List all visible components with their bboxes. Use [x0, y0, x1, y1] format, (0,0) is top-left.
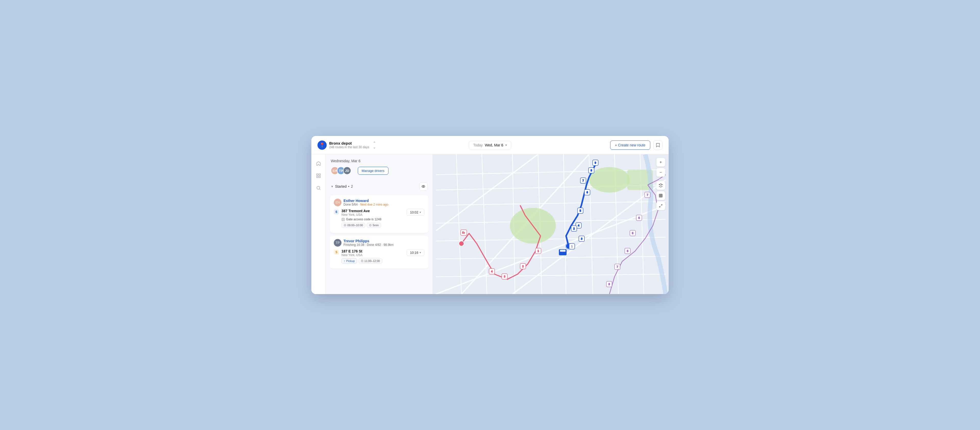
- panel-header: Wednesday, Mar 6 EH TP JD Manage drivers: [326, 154, 433, 178]
- driver-avatar-trevor: TP: [334, 239, 342, 247]
- svg-text:2: 2: [522, 265, 524, 268]
- svg-text:4: 4: [491, 270, 493, 273]
- header-brand: 📍 Bronx depot 248 routes in the last 30 …: [318, 141, 431, 150]
- driver-status-esther: Done 5/64 · Next due 2 mins ago: [344, 203, 388, 206]
- svg-point-6: [422, 186, 425, 187]
- header: 📍 Bronx depot 248 routes in the last 30 …: [311, 136, 669, 154]
- satellite-view-button[interactable]: [656, 191, 665, 200]
- stop-info-esther: 387 Tremont Ave New York, USA Gate acces…: [342, 209, 404, 228]
- stop-address-esther: 387 Tremont Ave: [342, 209, 404, 213]
- stop-row-trevor: 5 187 E 176 St New York, USA ↑ Pickup: [334, 249, 425, 263]
- svg-point-39: [459, 241, 464, 246]
- svg-rect-8: [342, 218, 345, 221]
- visibility-toggle-button[interactable]: [419, 182, 428, 190]
- date-today-label: Today: [473, 143, 483, 147]
- depot-chevron-icon[interactable]: ⌃⌄: [373, 141, 376, 149]
- time-chevron-icon: ▾: [420, 211, 421, 214]
- routes-section: ▼ Started • 2 EH: [326, 178, 433, 273]
- app-window: 📍 Bronx depot 248 routes in the last 30 …: [311, 136, 669, 294]
- svg-text:8: 8: [608, 282, 610, 286]
- stop-address-trevor: 187 E 176 St: [342, 249, 404, 253]
- svg-line-84: [661, 205, 662, 206]
- time-window-tag-trevor: 11:00–12:00: [359, 259, 382, 263]
- section-count-value: 2: [351, 184, 353, 189]
- pickup-tag: ↑ Pickup: [342, 259, 357, 263]
- stop-info-trevor: 187 E 176 St New York, USA ↑ Pickup 11:0…: [342, 249, 404, 263]
- svg-text:6: 6: [587, 191, 588, 194]
- driver-name-esther[interactable]: Esther Howard: [344, 199, 388, 203]
- driver-status-trevor: Finishing 16:38 · Done 4/82 · 98.9km: [344, 243, 393, 247]
- svg-rect-2: [317, 176, 318, 178]
- stop-tags-esther: 09:00–10:00 5min: [342, 223, 404, 228]
- svg-text:3: 3: [581, 237, 582, 240]
- map-area[interactable]: 9 8 7 6 5 4: [433, 154, 669, 294]
- date-chevron-icon: ▾: [505, 143, 507, 147]
- bookmark-button[interactable]: [653, 141, 662, 150]
- stop-city-trevor: New York, USA: [342, 253, 404, 257]
- svg-text:4: 4: [578, 224, 579, 227]
- route-card-trevor: TP Trevor Philipps Finishing 16:38 · Don…: [330, 235, 428, 268]
- main-content: Wednesday, Mar 6 EH TP JD Manage drivers…: [311, 154, 669, 294]
- svg-text:5: 5: [632, 232, 633, 235]
- location-icon: 📍: [318, 141, 327, 150]
- time-window-tag: 09:00–10:00: [342, 223, 365, 228]
- svg-text:9: 9: [595, 161, 596, 164]
- svg-text:7: 7: [617, 265, 618, 268]
- svg-rect-83: [659, 194, 662, 197]
- svg-text:7: 7: [582, 179, 584, 182]
- svg-text:6: 6: [638, 216, 640, 219]
- collapse-icon[interactable]: ▼: [331, 185, 334, 188]
- driver-name-trevor[interactable]: Trevor Philipps: [344, 239, 393, 243]
- svg-rect-41: [560, 250, 566, 252]
- stop-tags-trevor: ↑ Pickup 11:00–12:00: [342, 259, 404, 263]
- brand-text: Bronx depot 248 routes in the last 30 da…: [329, 141, 369, 149]
- stop-note-esther: Gate access code is 1248: [342, 217, 404, 221]
- section-count: •: [348, 184, 349, 189]
- driver-alert-esther: Next due 2 mins ago: [360, 203, 388, 206]
- date-value: Wed, Mar 6: [485, 143, 503, 147]
- sidebar-item-dashboard[interactable]: [313, 171, 324, 181]
- map-layers-button[interactable]: [656, 181, 665, 190]
- depot-subtitle: 248 routes in the last 30 days: [329, 145, 369, 149]
- zoom-out-button[interactable]: −: [656, 168, 665, 177]
- stop-city-esther: New York, USA: [342, 213, 404, 217]
- svg-text:2: 2: [573, 227, 575, 230]
- zoom-in-button[interactable]: +: [656, 158, 665, 167]
- svg-point-7: [423, 186, 424, 187]
- header-center: Today Wed, Mar 6 ▾: [434, 141, 547, 149]
- avatar-group: EH TP JD: [331, 167, 351, 175]
- sidebar-item-search[interactable]: [313, 183, 324, 193]
- driver-details-trevor: Trevor Philipps Finishing 16:38 · Done 4…: [344, 239, 393, 247]
- duration-tag: 5min: [367, 223, 381, 228]
- svg-text:5: 5: [579, 209, 581, 212]
- stop-time-esther[interactable]: 10:02 ▾: [407, 209, 425, 216]
- driver-info-esther: EH Esther Howard Done 5/64 · Next due 2 …: [334, 199, 425, 206]
- map-controls: + −: [656, 158, 665, 210]
- driver-details-esther: Esther Howard Done 5/64 · Next due 2 min…: [344, 199, 388, 206]
- stop-time-trevor[interactable]: 10:16 ▾: [407, 249, 425, 256]
- stop-number-esther: 6: [334, 209, 339, 214]
- section-title-text: Started: [335, 184, 347, 189]
- sidebar-nav: [311, 154, 326, 294]
- svg-rect-1: [319, 174, 320, 176]
- sidebar-item-home[interactable]: [313, 159, 324, 168]
- section-title: ▼ Started • 2: [331, 184, 353, 189]
- svg-text:3: 3: [504, 275, 505, 278]
- route-card-esther: EH Esther Howard Done 5/64 · Next due 2 …: [330, 195, 428, 233]
- section-header: ▼ Started • 2: [330, 180, 428, 193]
- stop-row-esther: 6 387 Tremont Ave New York, USA Gate acc…: [334, 209, 425, 228]
- svg-rect-3: [319, 176, 320, 178]
- svg-text:1: 1: [571, 245, 573, 248]
- manage-drivers-button[interactable]: Manage drivers: [358, 167, 388, 175]
- create-route-button[interactable]: + Create new route: [610, 141, 650, 150]
- svg-text:5↑: 5↑: [462, 231, 465, 234]
- svg-line-5: [319, 189, 320, 190]
- svg-point-34: [589, 167, 630, 192]
- date-picker[interactable]: Today Wed, Mar 6 ▾: [469, 141, 511, 149]
- svg-text:1: 1: [538, 249, 539, 252]
- svg-point-4: [317, 186, 320, 189]
- fullscreen-button[interactable]: [656, 202, 665, 210]
- time-chevron-icon-2: ▾: [420, 251, 421, 254]
- svg-marker-82: [659, 184, 662, 186]
- side-panel: Wednesday, Mar 6 EH TP JD Manage drivers…: [326, 154, 433, 294]
